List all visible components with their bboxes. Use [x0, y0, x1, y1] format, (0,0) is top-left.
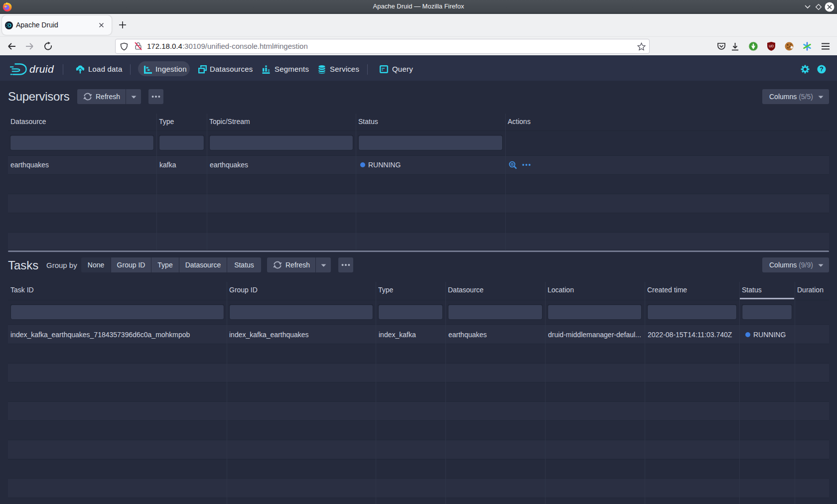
svg-text:UO: UO [769, 44, 774, 48]
svg-text:?: ? [820, 66, 824, 73]
